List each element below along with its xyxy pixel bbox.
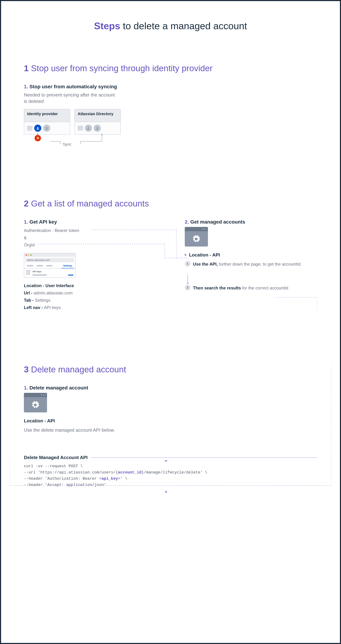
idp-box: Identity provider <box>24 109 70 134</box>
triangle-right-icon <box>185 254 188 256</box>
svg-point-0 <box>37 127 39 128</box>
code-block: curl -vv --request POST \ --url 'https:/… <box>24 463 317 488</box>
amp-line: & <box>24 234 156 242</box>
substep-1-1-text: Stop user from automaticaly syncing <box>30 84 117 89</box>
api-window-icon <box>24 393 47 412</box>
substep-3-1-title: 1. Delete managed account <box>24 385 131 391</box>
substep-3-1-desc: Use the delete managed account API below… <box>24 427 117 433</box>
section-3-substep: 1. Delete managed account Location - API… <box>24 385 131 433</box>
user-avatar-active-icon <box>34 124 41 132</box>
section-2-num: 2 <box>24 199 29 208</box>
title-rest: to delete a managed account <box>120 20 247 31</box>
code-line-1: curl -vv --request POST \ <box>24 463 317 470</box>
svg-point-3 <box>97 127 98 128</box>
browser-placeholder-line-icon <box>33 274 47 276</box>
api-box: Delete Managed Account API curl -vv --re… <box>24 455 317 488</box>
idp-box-title: Identity provider <box>24 109 70 122</box>
atlassian-box-body <box>75 122 120 134</box>
code-line-2: --url 'https://api.atlassian.com/users/{… <box>24 470 317 476</box>
loc-api-title: Location - API <box>189 252 220 258</box>
loc-nav: Left nav - API keys <box>24 304 156 311</box>
lines-icon <box>78 126 83 130</box>
section-1-substep: 1. Stop user from automaticaly syncing N… <box>24 84 317 145</box>
user-avatar-icon <box>94 124 101 132</box>
orgid-line: OrgId <box>24 241 156 249</box>
api-step-1: 1 Use the API, further down the page, to… <box>185 261 317 267</box>
browser-tab-placeholder <box>25 263 35 268</box>
step-number-2-icon: 2 <box>185 285 190 290</box>
atlassian-box: Atlassian Directory <box>75 109 121 134</box>
browser-body: API keys <box>24 268 75 278</box>
substep-1-1-title: 1. Stop user from automaticaly syncing <box>24 84 317 90</box>
stop-icon: ✕ <box>35 135 41 141</box>
browser-nav-item: API keys <box>33 270 73 273</box>
substep-1-1-desc: Needed to prevent syncing after the acco… <box>24 92 117 105</box>
svg-marker-6 <box>185 254 187 256</box>
user-avatar-icon <box>85 124 92 132</box>
loc-api-title-3: Location - API <box>24 418 131 424</box>
section-1-num: 1 <box>24 64 29 73</box>
api-box-title: Delete Managed Account API <box>24 455 88 460</box>
section-3-title: Delete managed account <box>31 365 126 374</box>
browser-tab-active: Settings <box>62 263 74 268</box>
arrow-down-icon <box>165 460 167 462</box>
substep-2-1-num: 1. <box>24 219 28 225</box>
substep-3-1-num: 1. <box>24 385 28 390</box>
substep-2-2-text: Get managed accounts <box>190 219 245 225</box>
arrow-up-icon <box>165 490 167 492</box>
section-1-title: Stop user from syncing through identity … <box>31 64 213 73</box>
atlassian-box-title: Atlassian Directory <box>75 109 120 122</box>
section-2-right: 2. Get managed accounts Location - API 1… <box>185 219 317 311</box>
sync-arrows: ✕ Sync <box>24 134 121 145</box>
substep-2-1-title: 1. Get API key <box>24 219 156 225</box>
api-dotted-top-icon <box>91 457 317 458</box>
browser-traffic-lights-icon <box>24 253 75 257</box>
browser-url: admin.atlassian.com <box>25 258 74 262</box>
code-line-4: --header 'Accept: application/json' <box>24 482 317 488</box>
page-title: Steps to delete a managed account <box>10 20 331 31</box>
browser-tabs: Settings <box>24 263 75 268</box>
svg-point-1 <box>46 127 47 128</box>
browser-blue-line-icon <box>68 275 73 276</box>
gear-icon <box>31 401 40 409</box>
idp-box-body <box>24 122 70 134</box>
section-2-left: 1. Get API key Authentication - Bearer t… <box>24 219 156 311</box>
api-window-icon <box>185 227 208 246</box>
substep-1-1-num: 1. <box>24 84 28 89</box>
substep-2-2-num: 2. <box>185 219 189 225</box>
sync-diagram: Identity provider Atlassian Directory <box>24 109 317 134</box>
loc-ui-title: Location - User Interface <box>24 282 156 290</box>
browser-mockup: admin.atlassian.com Settings API keys <box>24 253 76 278</box>
lines-icon <box>27 126 33 130</box>
section-1-header: 1 Stop user from syncing through identit… <box>24 63 317 73</box>
svg-marker-5 <box>101 134 103 135</box>
step-number-1-icon: 1 <box>185 261 190 267</box>
substep-3-1-text: Delete managed account <box>30 385 88 390</box>
step-connector-arrow-icon <box>187 274 188 283</box>
browser-tab-placeholder <box>35 263 45 268</box>
title-highlight: Steps <box>94 20 120 31</box>
user-avatar-inactive-icon <box>43 124 50 132</box>
section-3-num: 3 <box>24 365 29 374</box>
section-2-grid: 1. Get API key Authentication - Bearer t… <box>24 219 317 311</box>
section-3-header: 3 Delete managed account <box>24 364 317 374</box>
gear-icon <box>192 235 200 243</box>
substep-2-1-text: Get API key <box>30 219 57 225</box>
section-1: 1 Stop user from syncing through identit… <box>10 63 331 145</box>
section-3: 3 Delete managed account 1. Delete manag… <box>10 364 331 488</box>
code-line-3: --header 'Authorization: Bearer <api_key… <box>24 476 317 482</box>
browser-nav-icon <box>26 270 30 276</box>
section-2: 2 Get a list of managed accounts 1. Get … <box>10 199 331 311</box>
substep-2-2-title: 2. Get managed accounts <box>185 219 317 225</box>
auth-line: Authentication - Bearer token <box>24 227 156 234</box>
browser-main: API keys <box>33 270 73 276</box>
section-2-title: Get a list of managed accounts <box>31 199 149 208</box>
svg-point-2 <box>88 127 89 128</box>
loc-url: Url - admin.atlassian.com <box>24 290 156 297</box>
section-2-header: 2 Get a list of managed accounts <box>24 199 317 208</box>
sync-label: Sync <box>63 142 72 147</box>
api-step-2: 2 Then search the results for the correc… <box>185 285 317 291</box>
loc-tab: Tab - Settings <box>24 297 156 304</box>
browser-tab-placeholder <box>45 263 54 268</box>
